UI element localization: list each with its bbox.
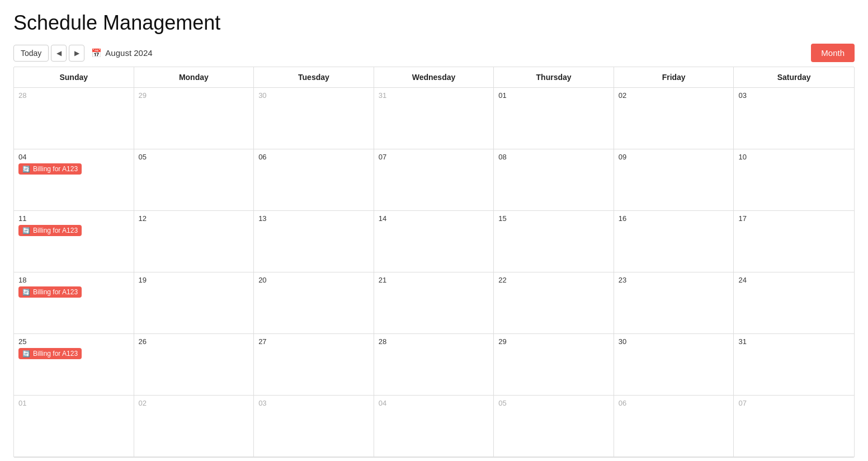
cal-cell[interactable]: 28 <box>374 334 494 396</box>
cal-cell[interactable]: 30 <box>614 334 734 396</box>
cal-cell[interactable]: 29 <box>134 88 254 149</box>
cal-cell[interactable]: 26 <box>134 334 254 396</box>
cal-cell[interactable]: 30 <box>254 88 374 149</box>
day-number: 21 <box>379 276 489 284</box>
day-number: 19 <box>139 276 249 284</box>
day-number: 17 <box>738 214 850 223</box>
dow-sunday: Sunday <box>14 67 134 87</box>
day-number: 14 <box>379 214 489 223</box>
cal-cell[interactable]: 03 <box>734 88 854 149</box>
day-number: 15 <box>498 214 609 223</box>
repeat-icon: 🔄 <box>22 166 30 173</box>
calendar-icon: 📅 <box>91 48 102 58</box>
day-number: 06 <box>619 399 729 407</box>
toolbar: Today ◀ ▶ 📅 August 2024 Month <box>13 44 855 67</box>
event-tag[interactable]: 🔄Billing for A123 <box>18 225 82 236</box>
cal-cell[interactable]: 24 <box>734 272 854 334</box>
dow-wednesday: Wednesday <box>374 67 494 87</box>
cal-cell[interactable]: 14 <box>374 211 494 272</box>
day-number: 05 <box>139 153 249 161</box>
cal-cell[interactable]: 23 <box>614 272 734 334</box>
cal-cell[interactable]: 05 <box>134 149 254 211</box>
repeat-icon: 🔄 <box>22 227 30 234</box>
day-number: 10 <box>738 153 850 161</box>
day-number: 22 <box>498 276 609 284</box>
event-label: Billing for A123 <box>33 288 78 296</box>
cal-cell[interactable]: 08 <box>494 149 614 211</box>
dow-saturday: Saturday <box>734 67 854 87</box>
prev-button[interactable]: ◀ <box>51 45 67 62</box>
day-number: 02 <box>619 91 729 100</box>
cal-cell[interactable]: 07 <box>374 149 494 211</box>
cal-cell[interactable]: 04 <box>374 396 494 457</box>
cal-cell[interactable]: 15 <box>494 211 614 272</box>
cal-cell[interactable]: 03 <box>254 396 374 457</box>
cal-cell[interactable]: 17 <box>734 211 854 272</box>
day-number: 12 <box>139 214 249 223</box>
cal-cell[interactable]: 20 <box>254 272 374 334</box>
day-number: 20 <box>258 276 369 284</box>
cal-cell[interactable]: 22 <box>494 272 614 334</box>
day-number: 29 <box>139 91 249 100</box>
cal-cell[interactable]: 04🔄Billing for A123 <box>14 149 134 211</box>
cal-cell[interactable]: 01 <box>14 396 134 457</box>
cal-cell[interactable]: 31 <box>374 88 494 149</box>
day-number: 01 <box>18 399 129 407</box>
cal-cell[interactable]: 12 <box>134 211 254 272</box>
cal-cell[interactable]: 27 <box>254 334 374 396</box>
month-view-button[interactable]: Month <box>811 44 855 62</box>
day-number: 27 <box>258 337 369 346</box>
cal-cell[interactable]: 01 <box>494 88 614 149</box>
day-number: 23 <box>619 276 729 284</box>
day-number: 28 <box>18 91 129 100</box>
next-button[interactable]: ▶ <box>69 45 84 62</box>
day-number: 16 <box>619 214 729 223</box>
event-label: Billing for A123 <box>33 350 78 357</box>
day-number: 09 <box>619 153 729 161</box>
cal-cell[interactable]: 02 <box>614 88 734 149</box>
cal-cell[interactable]: 21 <box>374 272 494 334</box>
cal-cell[interactable]: 19 <box>134 272 254 334</box>
event-tag[interactable]: 🔄Billing for A123 <box>18 163 82 175</box>
event-label: Billing for A123 <box>33 165 78 173</box>
next-icon: ▶ <box>74 49 79 57</box>
cal-cell[interactable]: 11🔄Billing for A123 <box>14 211 134 272</box>
day-number: 07 <box>379 153 489 161</box>
day-number: 04 <box>18 153 129 161</box>
cal-cell[interactable]: 29 <box>494 334 614 396</box>
current-month-display: 📅 August 2024 <box>91 48 152 58</box>
day-number: 08 <box>498 153 609 161</box>
cal-cell[interactable]: 31 <box>734 334 854 396</box>
day-number: 24 <box>738 276 850 284</box>
cal-cell[interactable]: 05 <box>494 396 614 457</box>
event-tag[interactable]: 🔄Billing for A123 <box>18 286 82 298</box>
dow-tuesday: Tuesday <box>254 67 374 87</box>
cal-cell[interactable]: 28 <box>14 88 134 149</box>
toolbar-left: Today ◀ ▶ 📅 August 2024 <box>13 45 153 62</box>
cal-cell[interactable]: 06 <box>614 396 734 457</box>
day-number: 30 <box>258 91 369 100</box>
event-tag[interactable]: 🔄Billing for A123 <box>18 348 82 359</box>
cal-cell[interactable]: 06 <box>254 149 374 211</box>
event-label: Billing for A123 <box>33 227 78 234</box>
cal-cell[interactable]: 02 <box>134 396 254 457</box>
calendar-grid: 2829303101020304🔄Billing for A1230506070… <box>14 88 854 457</box>
dow-friday: Friday <box>614 67 734 87</box>
cal-cell[interactable]: 07 <box>734 396 854 457</box>
day-number: 06 <box>258 153 369 161</box>
day-number: 25 <box>18 337 129 346</box>
cal-cell[interactable]: 25🔄Billing for A123 <box>14 334 134 396</box>
day-number: 05 <box>498 399 609 407</box>
today-button[interactable]: Today <box>13 45 49 62</box>
day-number: 11 <box>18 214 129 223</box>
day-number: 31 <box>379 91 489 100</box>
cal-cell[interactable]: 18🔄Billing for A123 <box>14 272 134 334</box>
day-number: 29 <box>498 337 609 346</box>
cal-cell[interactable]: 10 <box>734 149 854 211</box>
prev-icon: ◀ <box>56 49 62 57</box>
cal-cell[interactable]: 13 <box>254 211 374 272</box>
cal-cell[interactable]: 16 <box>614 211 734 272</box>
cal-cell[interactable]: 09 <box>614 149 734 211</box>
page-container: Schedule Management Today ◀ ▶ 📅 August 2… <box>0 0 868 461</box>
page-title: Schedule Management <box>13 11 855 35</box>
